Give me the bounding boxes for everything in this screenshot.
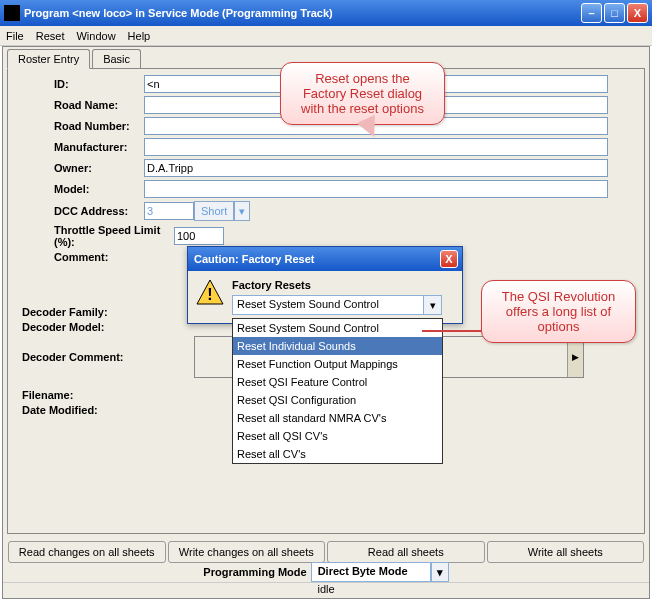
model-label: Model: xyxy=(14,183,144,195)
menu-help[interactable]: Help xyxy=(128,30,151,42)
status-bar: idle xyxy=(3,582,649,598)
svg-text:!: ! xyxy=(207,286,212,303)
filename-label: Filename: xyxy=(14,389,144,401)
programming-mode-value[interactable]: Direct Byte Mode xyxy=(311,562,431,582)
decoder-model-label: Decoder Model: xyxy=(14,321,144,333)
programming-mode-label: Programming Mode xyxy=(203,566,306,578)
id-label: ID: xyxy=(14,78,144,90)
factory-reset-dialog: Caution: Factory Reset X ! Factory Reset… xyxy=(187,246,463,324)
dialog-titlebar[interactable]: Caution: Factory Reset X xyxy=(188,247,462,271)
chevron-down-icon[interactable]: ▾ xyxy=(234,201,250,221)
manufacturer-label: Manufacturer: xyxy=(14,141,144,153)
programming-mode-row: Programming Mode Direct Byte Mode ▾ xyxy=(3,562,649,582)
reset-option[interactable]: Reset all QSI CV's xyxy=(233,427,442,445)
chevron-down-icon[interactable]: ▾ xyxy=(423,296,441,314)
throttle-field[interactable] xyxy=(174,227,224,245)
tab-roster-entry[interactable]: Roster Entry xyxy=(7,49,90,69)
menu-file[interactable]: File xyxy=(6,30,24,42)
write-all-button[interactable]: Write all sheets xyxy=(487,541,645,563)
decoder-family-label: Decoder Family: xyxy=(14,306,144,318)
dialog-close-button[interactable]: X xyxy=(440,250,458,268)
warning-icon: ! xyxy=(196,279,224,305)
callout-pointer-icon xyxy=(422,330,487,332)
chevron-down-icon[interactable]: ▾ xyxy=(431,562,449,582)
dialog-title: Caution: Factory Reset xyxy=(194,253,314,265)
owner-label: Owner: xyxy=(14,162,144,174)
roadname-label: Road Name: xyxy=(14,99,144,111)
decoder-comment-label: Decoder Comment: xyxy=(14,351,144,363)
owner-field[interactable] xyxy=(144,159,608,177)
app-icon xyxy=(4,5,20,21)
reset-option[interactable]: Reset Function Output Mappings xyxy=(233,355,442,373)
factory-reset-dropdown: Reset System Sound Control Reset Individ… xyxy=(232,318,443,464)
scroll-right-icon[interactable]: ▶ xyxy=(567,337,583,377)
model-field[interactable] xyxy=(144,180,608,198)
reset-option[interactable]: Reset all CV's xyxy=(233,445,442,463)
dccaddress-label: DCC Address: xyxy=(14,205,144,217)
dccaddress-mode[interactable]: Short xyxy=(194,201,234,221)
comment-label: Comment: xyxy=(14,251,144,263)
factory-resets-label: Factory Resets xyxy=(232,279,454,291)
callout-qsi-info: The QSI Revolution offers a long list of… xyxy=(481,280,636,343)
menu-window[interactable]: Window xyxy=(76,30,115,42)
factory-reset-combo[interactable]: Reset System Sound Control ▾ xyxy=(232,295,442,315)
menubar: File Reset Window Help xyxy=(0,26,652,46)
read-all-button[interactable]: Read all sheets xyxy=(327,541,485,563)
factory-reset-selected: Reset System Sound Control xyxy=(233,296,423,314)
reset-option[interactable]: Reset QSI Feature Control xyxy=(233,373,442,391)
minimize-button[interactable]: – xyxy=(581,3,602,23)
reset-option[interactable]: Reset QSI Configuration xyxy=(233,391,442,409)
dccaddress-field[interactable] xyxy=(144,202,194,220)
roadnumber-label: Road Number: xyxy=(14,120,144,132)
menu-reset[interactable]: Reset xyxy=(36,30,65,42)
callout-reset-info: Reset opens the Factory Reset dialog wit… xyxy=(280,62,445,125)
bottom-toolbar: Read changes on all sheets Write changes… xyxy=(7,540,645,564)
window-title: Program <new loco> in Service Mode (Prog… xyxy=(24,7,333,19)
throttle-label: Throttle Speed Limit (%): xyxy=(14,224,174,248)
tab-basic[interactable]: Basic xyxy=(92,49,141,69)
manufacturer-field[interactable] xyxy=(144,138,608,156)
maximize-button[interactable]: □ xyxy=(604,3,625,23)
reset-option[interactable]: Reset Individual Sounds xyxy=(233,337,442,355)
datemodified-label: Date Modified: xyxy=(14,404,144,416)
reset-option[interactable]: Reset all standard NMRA CV's xyxy=(233,409,442,427)
titlebar[interactable]: Program <new loco> in Service Mode (Prog… xyxy=(0,0,652,26)
read-changes-button[interactable]: Read changes on all sheets xyxy=(8,541,166,563)
close-button[interactable]: X xyxy=(627,3,648,23)
reset-option[interactable]: Reset System Sound Control xyxy=(233,319,442,337)
write-changes-button[interactable]: Write changes on all sheets xyxy=(168,541,326,563)
